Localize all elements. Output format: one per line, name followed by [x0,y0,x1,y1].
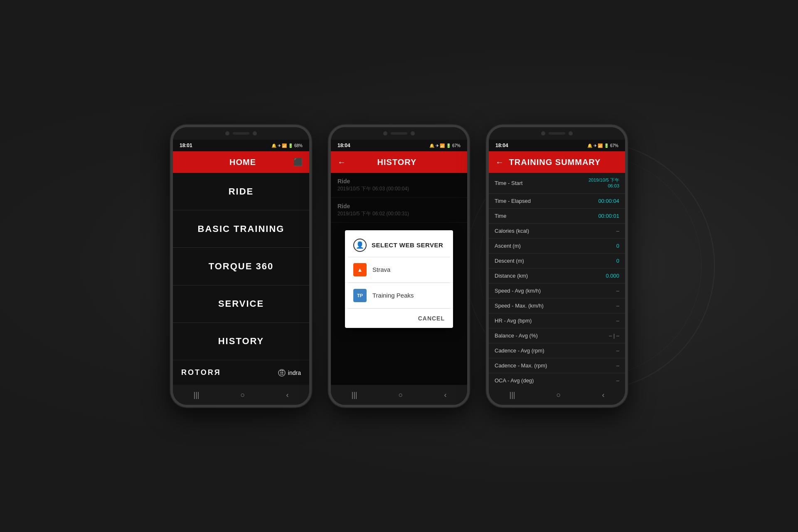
summary-value-speed-max: – [616,303,619,309]
summary-value-speed-avg: – [616,288,619,294]
summary-label-cadence-avg: Cadence - Avg (rpm) [495,347,544,354]
phone-home: 18:01 🔔 ✈ 📶 🔋 68% HOME ⬛ RIDE BASIC TRAI… [170,125,312,407]
phone-nav-1: ||| ○ ‹ [173,385,309,405]
summary-value-calories: – [616,228,619,234]
summary-row-ascent: Ascent (m) 0 [489,239,625,254]
phone-top-bar-3 [489,127,625,140]
summary-label-elapsed: Time - Elapsed [495,198,531,204]
phone-nav-3: ||| ○ ‹ [489,385,625,405]
summary-back-btn[interactable]: ← [495,158,504,167]
summary-label-oca-avg: OCA - Avg (deg) [495,377,534,384]
summary-row-elapsed: Time - Elapsed 00:00:04 [489,194,625,209]
summary-value-time: 00:00:01 [598,213,619,219]
summary-value-hr-avg: – [616,318,619,324]
summary-label-cadence-max: Cadence - Max. (rpm) [495,362,547,369]
status-time-1: 18:01 [180,143,192,148]
summary-value-cadence-avg: – [616,347,619,354]
summary-label-hr-avg: HR - Avg (bpm) [495,318,532,324]
nav-home-btn-3[interactable]: ○ [557,391,561,399]
summary-value-balance: – | – [609,332,619,339]
nav-home-btn-2[interactable]: ○ [399,391,403,399]
summary-label-calories: Calories (kcal) [495,228,529,234]
summary-label-ascent: Ascent (m) [495,243,521,249]
summary-label-speed-max: Speed - Max. (km/h) [495,303,544,309]
summary-label-balance: Balance - Avg (%) [495,332,538,339]
camera-dot-1 [253,131,257,135]
nav-back-btn-3[interactable]: ‹ [602,391,604,399]
summary-label-time: Time [495,213,506,219]
history-title: HISTORY [346,158,448,167]
menu-service-label: SERVICE [218,298,264,309]
dialog-header: 👤 SELECT WEB SERVER [345,230,453,257]
camera-dot-3 [569,131,573,135]
menu-basic-training[interactable]: BASIC TRAINING [173,210,309,248]
strava-label: Strava [372,266,390,273]
phone-summary: 18:04 🔔 ✈ 📶 🔋 67% ← TRAINING SUMMARY Tim… [486,125,628,407]
dialog-person-icon: 👤 [353,239,367,252]
nav-menu-btn-3[interactable]: ||| [510,391,515,399]
nav-menu-btn-2[interactable]: ||| [352,391,357,399]
camera-area-2 [383,131,415,135]
menu-torque-360-label: TORQUE 360 [209,261,274,272]
summary-header: ← TRAINING SUMMARY [489,151,625,173]
nav-home-btn-1[interactable]: ○ [241,391,245,399]
nav-menu-btn-1[interactable]: ||| [194,391,200,399]
summary-row-time-start: Time - Start 2019/10/5 下午06:03 [489,173,625,194]
summary-content: Time - Start 2019/10/5 下午06:03 Time - El… [489,173,625,385]
status-time-3: 18:04 [495,143,508,148]
strava-option[interactable]: ▲ Strava [345,257,453,283]
summary-value-cadence-max: – [616,362,619,369]
menu-history-label: HISTORY [218,336,264,347]
summary-row-hr-avg: HR - Avg (bpm) – [489,313,625,328]
menu-service[interactable]: SERVICE [173,286,309,323]
summary-row-cadence-max: Cadence - Max. (rpm) – [489,358,625,373]
strava-icon: ▲ [353,263,367,276]
history-back-btn[interactable]: ← [337,158,346,167]
sensor-dot-2 [383,131,387,135]
summary-row-speed-max: Speed - Max. (km/h) – [489,298,625,313]
summary-value-descent: 0 [616,258,619,264]
menu-torque-360[interactable]: TORQUE 360 [173,248,309,285]
menu-history[interactable]: HISTORY [173,323,309,360]
home-header-icon[interactable]: ⬛ [293,158,303,167]
summary-row-descent: Descent (m) 0 [489,254,625,268]
sensor-dot-1 [225,131,229,135]
home-menu: RIDE BASIC TRAINING TORQUE 360 SERVICE H… [173,173,309,360]
status-bar-1: 18:01 🔔 ✈ 📶 🔋 68% [173,140,309,151]
phone-nav-2: ||| ○ ‹ [331,385,467,405]
status-icons-2: 🔔 ✈ 📶 🔋 67% [429,143,461,148]
summary-value-time-start: 2019/10/5 下午06:03 [589,177,619,189]
status-time-2: 18:04 [337,143,350,148]
speaker-2 [391,132,407,135]
sensor-dot-3 [541,131,545,135]
history-header: ← HISTORY [331,151,467,173]
dialog-overlay[interactable]: 👤 SELECT WEB SERVER ▲ Strava TP Training… [331,173,467,385]
select-server-dialog: 👤 SELECT WEB SERVER ▲ Strava TP Training… [345,230,453,328]
camera-area-1 [225,131,257,135]
camera-dot-2 [411,131,415,135]
summary-row-time: Time 00:00:01 [489,209,625,224]
status-bar-3: 18:04 🔔 ✈ 📶 🔋 67% [489,140,625,151]
summary-label-time-start: Time - Start [495,180,522,186]
camera-area-3 [541,131,573,135]
history-content: Ride 2019/10/5 下午 06:03 (00:00:04) Ride … [331,173,467,385]
training-peaks-option[interactable]: TP Training Peaks [345,283,453,308]
summary-row-balance: Balance - Avg (%) – | – [489,328,625,343]
nav-back-btn-2[interactable]: ‹ [444,391,446,399]
dialog-cancel-btn[interactable]: CANCEL [345,309,453,328]
menu-basic-training-label: BASIC TRAINING [198,224,285,234]
summary-label-descent: Descent (m) [495,258,524,264]
dialog-title: SELECT WEB SERVER [372,241,443,249]
home-title: HOME [192,158,293,167]
summary-value-elapsed: 00:00:04 [598,198,619,204]
status-icons-3: 🔔 ✈ 📶 🔋 67% [587,143,618,148]
summary-label-distance: Distance (km) [495,273,528,279]
tp-icon: TP [353,289,367,302]
summary-row-distance: Distance (km) 0.000 [489,268,625,283]
menu-ride[interactable]: RIDE [173,173,309,210]
summary-title: TRAINING SUMMARY [504,158,606,167]
rotor-logo: ROTORЯ [181,368,221,377]
summary-value-ascent: 0 [616,243,619,249]
menu-ride-label: RIDE [229,186,254,197]
nav-back-btn-1[interactable]: ‹ [286,391,288,399]
